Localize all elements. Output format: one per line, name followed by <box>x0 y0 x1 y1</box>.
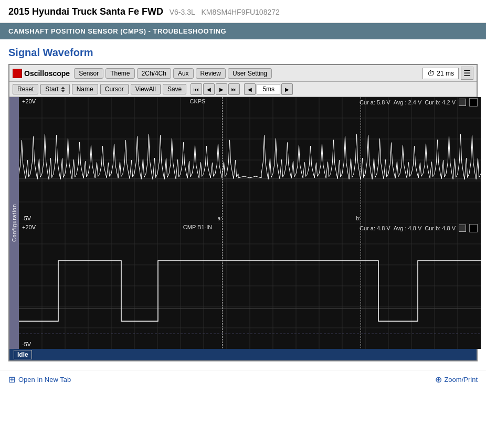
ch1-bottom-label: -5V <box>22 215 31 221</box>
save-button[interactable]: Save <box>163 84 186 94</box>
nav-group-left: ⏮ ◀ ▶ ⏭ <box>191 83 240 95</box>
skip-end-button[interactable]: ⏭ <box>228 83 240 95</box>
ch1-cursor-avg: Avg : 2.4 V <box>394 99 422 105</box>
ch1-cursor-b-pos: b: <box>356 216 360 221</box>
vehicle-title-bold: 2015 Hyundai Truck Santa Fe FWD <box>8 6 163 17</box>
ch1-cursor-a-pos: a: <box>217 216 221 221</box>
user-setting-button[interactable]: User Setting <box>228 68 272 79</box>
cursor-button[interactable]: Cursor <box>100 84 129 94</box>
aux-button[interactable]: Aux <box>173 68 194 79</box>
ch2-cursor-avg: Avg : 4.8 V <box>394 225 422 231</box>
channel-1: +20V CKPS Cur a: 5.8 V Avg : 2.4 V Cur b… <box>19 97 481 223</box>
oscilloscope-top-bar: Oscilloscope Sensor Theme 2Ch/4Ch Aux Re… <box>9 65 477 82</box>
cursor-b-line-ch2 <box>361 223 361 348</box>
start-button[interactable]: Start <box>40 84 69 94</box>
nav-group-right: ◀ 5ms ▶ <box>244 83 293 95</box>
ch1-right-labels: Cur a: 5.8 V Avg : 2.4 V Cur b: 4.2 V <box>360 98 478 106</box>
ch1-color-box <box>469 98 478 106</box>
section-header: CAMSHAFT POSITION SENSOR (CMPS) - TROUBL… <box>0 23 486 39</box>
vehicle-vin: KM8SM4HF9FU108272 <box>201 8 279 16</box>
ch2-checkbox[interactable] <box>459 225 466 232</box>
sensor-button[interactable]: Sensor <box>74 68 103 79</box>
ch2-bottom-label: -5V <box>22 341 31 347</box>
viewall-button[interactable]: ViewAll <box>131 84 161 94</box>
osc-record-indicator[interactable] <box>13 69 22 78</box>
time-display-box: ⏱ 21 ms <box>422 68 459 79</box>
arrow-up-icon <box>61 87 65 89</box>
scroll-right-button[interactable]: ▶ <box>281 83 293 95</box>
ch2-header: +20V CMP B1-IN Cur a: 4.8 V Avg : 4.8 V … <box>19 223 481 233</box>
scroll-left-button[interactable]: ◀ <box>244 83 256 95</box>
time-value: 21 ms <box>437 70 454 77</box>
ch1-canvas <box>19 97 481 223</box>
ch1-center-label: CKPS <box>190 98 206 104</box>
ch2-top-label: +20V <box>22 224 36 230</box>
oscilloscope-bottom-bar: Idle <box>9 349 477 360</box>
osc-title: Oscilloscope <box>24 69 70 78</box>
oscilloscope-display: Configuration +20V CKPS Cur a: 5.8 V Avg… <box>9 97 477 349</box>
ch2-cursor-b: Cur b: 4.8 V <box>425 225 456 231</box>
time-step-display: 5ms <box>257 84 280 94</box>
cursor-a-line-ch2 <box>222 223 223 348</box>
ch1-top-label: +20V <box>22 98 36 104</box>
ch2-center-label: CMP B1-IN <box>183 224 212 230</box>
config-sidebar[interactable]: Configuration <box>9 97 19 349</box>
prev-button[interactable]: ◀ <box>203 83 215 95</box>
cursor-a-line-ch1 <box>222 97 223 222</box>
page-header: 2015 Hyundai Truck Santa Fe FWD V6-3.3L … <box>0 0 486 39</box>
ch2-color-box <box>469 224 478 232</box>
name-button[interactable]: Name <box>72 84 98 94</box>
channels-container: +20V CKPS Cur a: 5.8 V Avg : 2.4 V Cur b… <box>19 97 481 349</box>
ch1-cursor-a: Cur a: 5.8 V <box>360 99 390 105</box>
theme-button[interactable]: Theme <box>105 68 134 79</box>
menu-icon[interactable]: ☰ <box>461 67 473 80</box>
ch1-header: +20V CKPS Cur a: 5.8 V Avg : 2.4 V Cur b… <box>19 97 481 108</box>
play-button[interactable]: ▶ <box>216 83 227 95</box>
skip-start-button[interactable]: ⏮ <box>191 83 202 95</box>
zoom-icon: ⊕ <box>435 375 442 385</box>
cursor-b-line-ch1 <box>361 97 361 222</box>
open-new-tab-link[interactable]: ⊞ Open In New Tab <box>8 375 71 385</box>
channel-2: +20V CMP B1-IN Cur a: 4.8 V Avg : 4.8 V … <box>19 223 481 349</box>
vehicle-engine: V6-3.3L <box>170 8 195 16</box>
open-tab-icon: ⊞ <box>8 375 15 385</box>
reset-button[interactable]: Reset <box>13 84 38 94</box>
footer-bar: ⊞ Open In New Tab ⊕ Zoom/Print <box>0 370 486 389</box>
waveform-title: Signal Waveform <box>0 39 486 64</box>
ch1-cursor-b: Cur b: 4.2 V <box>425 99 456 105</box>
ch2-cursor-a: Cur a: 4.8 V <box>360 225 390 231</box>
ch2-right-labels: Cur a: 4.8 V Avg : 4.8 V Cur b: 4.8 V <box>360 224 478 232</box>
ch1-checkbox[interactable] <box>459 99 466 106</box>
oscilloscope-container: Oscilloscope Sensor Theme 2Ch/4Ch Aux Re… <box>8 64 478 361</box>
review-button[interactable]: Review <box>196 68 226 79</box>
zoom-print-link[interactable]: ⊕ Zoom/Print <box>435 375 478 385</box>
oscilloscope-controls-bar: Reset Start Name Cursor ViewAll Save ⏮ ◀… <box>9 82 477 97</box>
ch2-canvas <box>19 223 481 349</box>
start-arrow <box>61 87 65 92</box>
arrow-down-icon <box>61 90 65 92</box>
ch2-4ch-button[interactable]: 2Ch/4Ch <box>137 68 171 79</box>
idle-badge: Idle <box>14 350 32 359</box>
time-display-group: ⏱ 21 ms ☰ <box>422 67 473 80</box>
